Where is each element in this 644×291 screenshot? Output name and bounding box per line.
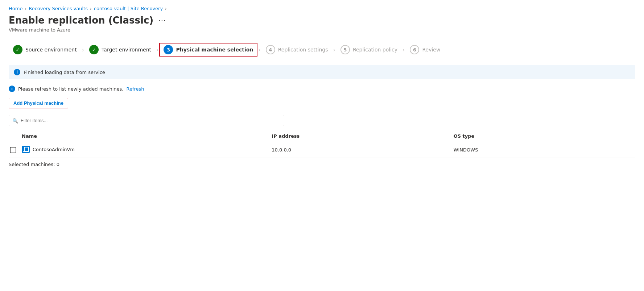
breadcrumb-recovery[interactable]: Recovery Services vaults	[29, 6, 88, 11]
step-sep-2: ›	[156, 46, 159, 53]
page-subtitle: VMware machine to Azure	[9, 27, 635, 33]
refresh-info-icon: i	[9, 86, 15, 92]
info-banner-text: Finished loading data from service	[24, 70, 105, 75]
breadcrumb: Home › Recovery Services vaults › contos…	[9, 6, 635, 11]
breadcrumb-sep1: ›	[25, 6, 26, 11]
selected-count: Selected machines: 0	[9, 162, 635, 167]
breadcrumb-sep3: ›	[165, 6, 167, 11]
step-label-review: Review	[422, 47, 440, 53]
row-name: ContosoAdminVm	[33, 147, 75, 152]
step-sep-1: ›	[81, 46, 85, 53]
step-source[interactable]: ✓ Source environment	[9, 43, 81, 57]
row-ip-cell: 10.0.0.0	[272, 142, 453, 158]
step-circle-rep-policy: 5	[340, 45, 350, 54]
row-name-cell: ContosoAdminVm	[22, 142, 272, 158]
vm-icon-name: ContosoAdminVm	[22, 146, 75, 153]
page-header: Enable replication (Classic) ···	[9, 15, 635, 26]
col-header-checkbox	[9, 130, 22, 142]
step-label-target: Target environment	[102, 47, 151, 53]
step-sep-3: ›	[257, 46, 261, 53]
refresh-notice-text: Please refresh to list newly added machi…	[18, 86, 124, 92]
breadcrumb-sep2: ›	[90, 6, 92, 11]
refresh-notice: i Please refresh to list newly added mac…	[9, 86, 635, 92]
wizard-steps: ✓ Source environment › ✓ Target environm…	[9, 43, 635, 57]
step-sep-4: ›	[332, 46, 336, 53]
row-ip: 10.0.0.0	[272, 147, 291, 153]
refresh-link[interactable]: Refresh	[127, 86, 144, 92]
step-circle-source: ✓	[13, 45, 22, 54]
info-icon: i	[14, 69, 20, 75]
step-label-source: Source environment	[25, 47, 77, 53]
filter-row: 🔍	[9, 115, 635, 126]
breadcrumb-vault[interactable]: contoso-vault | Site Recovery	[94, 6, 163, 11]
table-row: ContosoAdminVm 10.0.0.0 WINDOWS	[9, 142, 635, 158]
add-physical-machine-button[interactable]: Add Physical machine	[9, 98, 68, 108]
filter-input[interactable]	[9, 115, 284, 126]
step-circle-rep-settings: 4	[266, 45, 275, 54]
step-sep-5: ›	[402, 46, 405, 53]
step-label-rep-policy: Replication policy	[353, 47, 397, 53]
step-circle-physical: 3	[164, 45, 173, 54]
breadcrumb-home[interactable]: Home	[9, 6, 22, 11]
step-target[interactable]: ✓ Target environment	[85, 43, 156, 57]
step-circle-review: 6	[410, 45, 419, 54]
vm-icon-img	[22, 146, 30, 153]
row-os: WINDOWS	[454, 147, 478, 153]
row-checkbox-cell	[9, 142, 22, 158]
row-os-cell: WINDOWS	[454, 142, 635, 158]
step-replication-policy[interactable]: 5 Replication policy	[336, 43, 402, 57]
machine-table: Name IP address OS type ContosoAdminVm 1…	[9, 130, 635, 158]
step-label-rep-settings: Replication settings	[278, 47, 328, 53]
step-review[interactable]: 6 Review	[405, 43, 445, 57]
info-banner: i Finished loading data from service	[9, 65, 635, 79]
step-physical[interactable]: 3 Physical machine selection	[159, 43, 257, 57]
col-header-name: Name	[22, 130, 272, 142]
step-replication-settings[interactable]: 4 Replication settings	[261, 43, 333, 57]
col-header-os: OS type	[454, 130, 635, 142]
col-header-ip: IP address	[272, 130, 453, 142]
more-options-button[interactable]: ···	[157, 17, 168, 24]
page-title: Enable replication (Classic)	[9, 15, 153, 26]
step-circle-target: ✓	[89, 45, 99, 54]
row-checkbox[interactable]	[10, 147, 16, 153]
step-label-physical: Physical machine selection	[176, 47, 253, 53]
